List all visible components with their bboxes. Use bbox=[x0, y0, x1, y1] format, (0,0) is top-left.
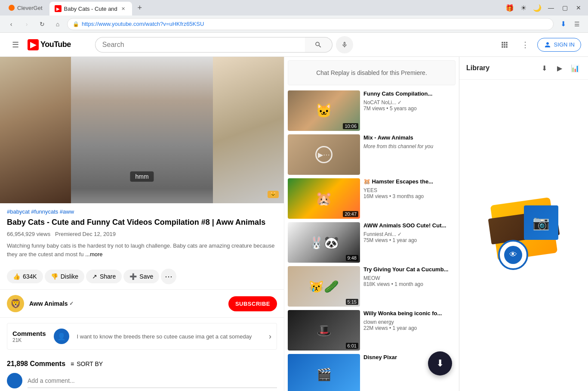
more-link[interactable]: ...more bbox=[85, 251, 102, 258]
rec-thumb-4: 🐰🐼 9:48 bbox=[288, 222, 360, 263]
verified-badge-4: ✓ bbox=[397, 231, 402, 237]
refresh-button[interactable]: ↻ bbox=[36, 18, 48, 30]
cleverget-stats-btn[interactable]: 📊 bbox=[569, 62, 581, 74]
recommendations-sidebar: Chat Replay is disabled for this Premier… bbox=[284, 57, 459, 391]
rec-meta-1: 7M views • 5 years ago bbox=[363, 106, 456, 112]
rec-title-3: 🐹 Hamster Escapes the... bbox=[363, 178, 456, 186]
thumb-image-7: 🎬 bbox=[288, 354, 360, 391]
save-button[interactable]: ➕ Save bbox=[123, 270, 159, 283]
home-button[interactable]: ⌂ bbox=[52, 18, 64, 30]
forward-button[interactable]: › bbox=[21, 18, 33, 30]
rec-thumb-2: ▶⋯ bbox=[288, 134, 360, 175]
cleverget-header: Library ⬇ ▶ 📊 bbox=[459, 57, 588, 80]
video-description: Watching funny baby cats is the hardest … bbox=[7, 242, 277, 258]
like-button[interactable]: 👍 634K bbox=[7, 270, 43, 283]
comments-section: Comments 21K 👤 I want to know the breeds… bbox=[0, 318, 284, 355]
youtube-brand-text: YouTube bbox=[40, 40, 71, 49]
cleverget-content: 📷 👁 bbox=[459, 80, 588, 391]
mic-icon bbox=[341, 41, 348, 48]
rec-item-6[interactable]: 🎩 6:01 Willy Wonka being iconic fo... cl… bbox=[288, 310, 456, 351]
comment-input[interactable] bbox=[28, 374, 277, 388]
back-button[interactable]: ‹ bbox=[5, 18, 17, 30]
rec-item-1[interactable]: 🐱 10:06 Funny Cats Compilation... NoCAT … bbox=[288, 90, 456, 131]
tab-youtube[interactable]: ▶ Baby Cats - Cute and ✕ bbox=[49, 2, 132, 16]
cleverget-logo: 📷 👁 bbox=[485, 188, 563, 283]
rec-item-2[interactable]: ▶⋯ Mix - Aww Animals More from this chan… bbox=[288, 134, 456, 175]
rec-item-5[interactable]: 😿🥒 5:15 Try Giving Your Cat a Cucumb... … bbox=[288, 266, 456, 307]
video-player[interactable]: hmm 🐱 bbox=[0, 57, 284, 203]
add-comment-row bbox=[0, 373, 284, 388]
comment-preview-avatar: 👤 bbox=[54, 329, 69, 344]
rec-channel-4: Funniest Ani... ✓ bbox=[363, 231, 456, 237]
theme-icon[interactable]: ☀ bbox=[517, 2, 530, 14]
video-title: Baby Cats - Cute and Funny Cat Videos Co… bbox=[7, 217, 277, 227]
hamburger-menu[interactable]: ☰ bbox=[7, 36, 24, 53]
rec-info-4: AWW Animals SOO Cute! Cut... Funniest An… bbox=[363, 222, 456, 263]
account-icon bbox=[544, 41, 551, 49]
rec-duration-4: 9:48 bbox=[346, 255, 358, 261]
rec-thumb-6: 🎩 6:01 bbox=[288, 310, 360, 351]
tab-close-button[interactable]: ✕ bbox=[120, 5, 127, 12]
rec-title-1: Funny Cats Compilation... bbox=[363, 90, 456, 98]
video-watermark: 🐱 bbox=[268, 191, 279, 198]
more-options-button[interactable]: ⋮ bbox=[517, 36, 534, 53]
new-tab-button[interactable]: + bbox=[134, 2, 146, 14]
channel-avatar-icon: 🦁 bbox=[10, 298, 21, 309]
minimize-button[interactable]: — bbox=[545, 2, 557, 14]
dislike-button[interactable]: 👎 Dislike bbox=[45, 270, 84, 283]
rec-title-5: Try Giving Your Cat a Cucumb... bbox=[363, 266, 456, 273]
cleverget-title: Library bbox=[466, 64, 535, 72]
mic-button[interactable] bbox=[336, 36, 353, 53]
subscribe-button[interactable]: SUBSCRIBE bbox=[228, 296, 277, 311]
cleverget-download-btn[interactable]: ⬇ bbox=[538, 62, 550, 74]
search-button[interactable] bbox=[305, 37, 332, 53]
cleverget-dl-btn[interactable]: ⬇ bbox=[557, 18, 569, 30]
channel-name[interactable]: Aww Animals ✓ bbox=[29, 300, 74, 307]
download-fab-icon: ⬇ bbox=[436, 358, 444, 369]
dislike-icon: 👎 bbox=[51, 273, 58, 280]
rec-thumb-7: 🎬 bbox=[288, 354, 360, 391]
user-avatar bbox=[7, 373, 22, 388]
tab-cleverget[interactable]: CleverGet bbox=[3, 1, 48, 14]
like-icon: 👍 bbox=[13, 273, 20, 280]
youtube-logo-area: ☰ ▶ YouTube bbox=[7, 36, 71, 53]
comments-summary[interactable]: Comments 21K 👤 I want to know the breeds… bbox=[7, 323, 277, 350]
logo-camera-icon: 📷 bbox=[533, 214, 550, 231]
extension-icon[interactable]: 🎁 bbox=[504, 2, 516, 14]
extensions-btn[interactable]: ☰ bbox=[571, 18, 583, 30]
youtube-app: ☰ ▶ YouTube ⋮ SIGN IN bbox=[0, 33, 588, 391]
channel-row: 🦁 Aww Animals ✓ SUBSCRIBE bbox=[0, 289, 284, 318]
rec-thumb-3: 🐹 20:47 bbox=[288, 178, 360, 219]
sort-button[interactable]: ≡ SORT BY bbox=[71, 360, 103, 367]
night-mode-icon[interactable]: 🌙 bbox=[531, 2, 543, 14]
youtube-logo[interactable]: ▶ YouTube bbox=[28, 39, 71, 50]
logo-eye-inner: 👁 bbox=[504, 246, 522, 264]
video-section: hmm 🐱 #babycat #funnycats #aww Baby Cats… bbox=[0, 57, 284, 391]
rec-duration-3: 20:47 bbox=[343, 211, 358, 217]
apps-button[interactable] bbox=[496, 36, 513, 53]
logo-blue-box: 📷 bbox=[524, 205, 558, 240]
comment-preview-text: I want to know the breeds there so cutee… bbox=[77, 333, 265, 340]
download-fab[interactable]: ⬇ bbox=[428, 351, 452, 375]
rec-item-4[interactable]: 🐰🐼 9:48 AWW Animals SOO Cute! Cut... Fun… bbox=[288, 222, 456, 263]
video-hashtags[interactable]: #babycat #funnycats #aww bbox=[7, 208, 277, 215]
share-button[interactable]: ↗ Share bbox=[86, 270, 122, 283]
rec-channel-1: NoCAT NoLi... ✓ bbox=[363, 99, 456, 106]
search-input[interactable] bbox=[95, 37, 305, 53]
video-info: #babycat #funnycats #aww Baby Cats - Cut… bbox=[0, 203, 284, 264]
rec-title-4: AWW Animals SOO Cute! Cut... bbox=[363, 222, 456, 230]
tab-cleverget-label: CleverGet bbox=[17, 5, 43, 11]
comments-label-area: Comments 21K bbox=[12, 330, 46, 343]
signin-button[interactable]: SIGN IN bbox=[537, 38, 581, 52]
premiere-date: Premiered Dec 12, 2019 bbox=[55, 231, 116, 237]
rec-thumb-1: 🐱 10:06 bbox=[288, 90, 360, 131]
cleverget-play-btn[interactable]: ▶ bbox=[554, 62, 566, 74]
address-input[interactable]: 🔒 https://www.youtube.com/watch?v=uHKfrz… bbox=[67, 18, 554, 30]
more-actions-button[interactable]: ⋯ bbox=[161, 269, 176, 284]
close-button[interactable]: ✕ bbox=[573, 2, 585, 14]
maximize-button[interactable]: ▢ bbox=[559, 2, 571, 14]
rec-meta-3: 16M views • 3 months ago bbox=[363, 193, 456, 199]
logo-eye-icon: 👁 bbox=[509, 250, 517, 259]
rec-item-3[interactable]: 🐹 20:47 🐹 Hamster Escapes the... YEES 16… bbox=[288, 178, 456, 219]
rec-duration-1: 10:06 bbox=[343, 123, 358, 129]
